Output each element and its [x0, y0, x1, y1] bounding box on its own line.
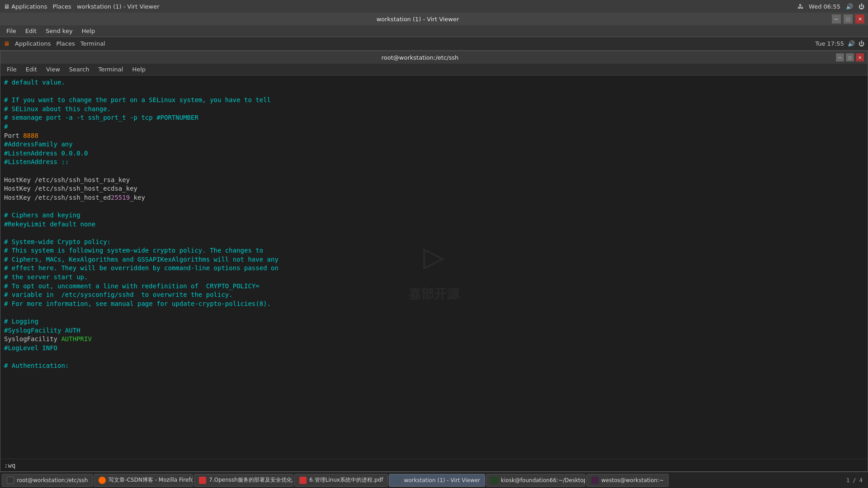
- firefox-icon: [99, 477, 106, 484]
- line-28: # Logging: [4, 317, 864, 326]
- virtviewer-icon: [394, 477, 401, 484]
- line-32: [4, 352, 864, 361]
- term-menu-view[interactable]: View: [42, 65, 64, 74]
- line-22: # effect here. They will be overridden b…: [4, 264, 864, 273]
- taskbar-item-kiosk[interactable]: kiosk@foundation66:~/Desktop: [486, 474, 585, 487]
- inner-taskbar-left: 🖥 Applications Places Terminal: [4, 40, 105, 47]
- term-menu-terminal[interactable]: Terminal: [94, 65, 127, 74]
- taskbar-left: root@workstation:/etc/ssh 写文章-CSDN博客 - M…: [2, 474, 669, 487]
- inner-taskbar-right: Tue 17:55 🔊 ⏻: [815, 40, 864, 47]
- outer-titlebar-controls[interactable]: ─ □ ✕: [832, 14, 864, 23]
- line-26: # For more information, see manual page …: [4, 300, 864, 309]
- line-17: #RekeyLimit default none: [4, 220, 864, 229]
- line-19: # System-wide Crypto policy:: [4, 238, 864, 247]
- terminal-minimize-button[interactable]: ─: [836, 53, 844, 61]
- terminal-menubar: File Edit View Search Terminal Help: [0, 64, 868, 75]
- line-15: [4, 202, 864, 211]
- taskbar-terminal-label: root@workstation:/etc/ssh: [17, 477, 88, 483]
- line-12: HostKey /etc/ssh/ssh_host_rsa_key: [4, 176, 864, 185]
- line-18: [4, 229, 864, 238]
- menu-file[interactable]: File: [3, 27, 20, 35]
- inner-applications[interactable]: Applications: [15, 40, 51, 47]
- line-16: # Ciphers and keying: [4, 211, 864, 220]
- terminal-titlebar-controls[interactable]: ─ □ ✕: [836, 53, 864, 61]
- line-6: #: [4, 122, 864, 131]
- terminal-icon: [7, 477, 14, 484]
- taskbar-item-pdf1[interactable]: 7.Openssh服务的部署及安全优化.pdf: [194, 474, 293, 487]
- terminal-maximize-button[interactable]: □: [846, 53, 854, 61]
- line-11: [4, 167, 864, 176]
- pdf1-icon: [199, 477, 206, 484]
- line-31: #LogLevel INFO: [4, 344, 864, 353]
- line-20: # This system is following system-wide c…: [4, 246, 864, 255]
- volume-icon: 🔊: [846, 3, 853, 10]
- outer-menubar: File Edit Send key Help: [0, 25, 868, 37]
- maximize-button[interactable]: □: [844, 14, 853, 23]
- os-topbar-left: 🖥 Applications Places workstation (1) - …: [4, 3, 160, 10]
- taskbar-item-westos[interactable]: westos@workstation:~: [586, 474, 669, 487]
- line-25: # variable in /etc/sysconfig/sshd to ove…: [4, 291, 864, 300]
- os-places-menu[interactable]: Places: [53, 3, 71, 10]
- taskbar-right: 1 / 4: [846, 477, 866, 483]
- taskbar-item-pdf2[interactable]: 6.管理Linux系统中的进程.pdf: [294, 474, 388, 487]
- taskbar-item-virtviewer[interactable]: workstation (1) - Virt Viewer: [389, 474, 485, 487]
- menu-sendkey[interactable]: Send key: [42, 27, 76, 35]
- terminal-content[interactable]: ▷ 嘉部开源 # default value. # If you want to…: [0, 75, 868, 459]
- term-menu-edit[interactable]: Edit: [22, 65, 41, 74]
- line-29: #SyslogFacility AUTH: [4, 326, 864, 335]
- inner-power-icon: ⏻: [859, 40, 864, 47]
- line-5: # semanage port -a -t ssh_port_t -p tcp …: [4, 113, 864, 122]
- taskbar-pdf2-label: 6.管理Linux系统中的进程.pdf: [309, 476, 383, 484]
- network-icon: 🖧: [797, 3, 803, 10]
- inner-apps-icon: 🖥: [4, 40, 9, 47]
- inner-clock: Tue 17:55: [815, 40, 844, 47]
- command-text: :wq: [4, 462, 15, 469]
- taskbar-item-terminal[interactable]: root@workstation:/etc/ssh: [2, 474, 93, 487]
- os-topbar-right: 🖧 Wed 06:55 🔊 ⏻: [797, 3, 864, 10]
- menu-help[interactable]: Help: [78, 27, 99, 35]
- inner-terminal[interactable]: Terminal: [80, 40, 105, 47]
- bottom-taskbar: root@workstation:/etc/ssh 写文章-CSDN博客 - M…: [0, 472, 868, 488]
- line-14: HostKey /etc/ssh/ssh_host_ed25519_key: [4, 193, 864, 202]
- os-topbar: 🖥 Applications Places workstation (1) - …: [0, 0, 868, 13]
- terminal-cmdline: :wq: [0, 459, 868, 471]
- term-menu-search[interactable]: Search: [66, 65, 93, 74]
- os-applications-menu[interactable]: 🖥 Applications: [4, 3, 47, 10]
- kiosk-icon: [491, 477, 498, 484]
- taskbar-westos-label: westos@workstation:~: [601, 477, 664, 483]
- virt-viewer-window: 🖥 Applications Places workstation (1) - …: [0, 0, 868, 488]
- terminal-title: root@workstation:/etc/ssh: [4, 54, 836, 61]
- line-8: #AddressFamily any: [4, 140, 864, 149]
- taskbar-kiosk-label: kiosk@foundation66:~/Desktop: [501, 477, 585, 483]
- outer-titlebar: workstation (1) - Virt Viewer ─ □ ✕: [0, 13, 868, 25]
- power-icon: ⏻: [859, 3, 864, 10]
- line-21: # Ciphers, MACs, KexAlgorithms and GSSAP…: [4, 255, 864, 264]
- line-9: #ListenAddress 0.0.0.0: [4, 149, 864, 158]
- line-33: # Authentication:: [4, 361, 864, 371]
- line-4: # SELinux about this change.: [4, 105, 864, 114]
- inner-os-taskbar: 🖥 Applications Places Terminal Tue 17:55…: [0, 37, 868, 51]
- close-button[interactable]: ✕: [855, 14, 864, 23]
- term-menu-file[interactable]: File: [3, 65, 20, 74]
- os-clock: Wed 06:55: [809, 3, 840, 10]
- line-30: SyslogFacility AUTHPRIV: [4, 335, 864, 344]
- pdf2-icon: [299, 477, 307, 484]
- westos-icon: [591, 477, 599, 484]
- taskbar-item-firefox[interactable]: 写文章-CSDN博客 - Mozilla Firefox: [94, 474, 193, 487]
- term-menu-help[interactable]: Help: [128, 65, 149, 74]
- inner-places[interactable]: Places: [56, 40, 75, 47]
- terminal-titlebar: root@workstation:/etc/ssh ─ □ ✕: [0, 51, 868, 64]
- menu-edit[interactable]: Edit: [22, 27, 40, 35]
- taskbar-firefox-label: 写文章-CSDN博客 - Mozilla Firefox: [108, 476, 193, 484]
- line-13: HostKey /etc/ssh/ssh_host_ecdsa_key: [4, 184, 864, 193]
- outer-window-title: workstation (1) - Virt Viewer: [4, 16, 832, 23]
- line-24: # To opt out, uncomment a line with rede…: [4, 282, 864, 291]
- terminal-close-button[interactable]: ✕: [856, 53, 864, 61]
- terminal-window: root@workstation:/etc/ssh ─ □ ✕ File Edi…: [0, 51, 868, 472]
- page-counter: 1 / 4: [846, 477, 863, 483]
- line-7: Port 8888: [4, 131, 864, 141]
- line-3: # If you want to change the port on a SE…: [4, 96, 864, 105]
- line-23: # the server start up.: [4, 273, 864, 282]
- minimize-button[interactable]: ─: [832, 14, 841, 23]
- line-2: [4, 87, 864, 96]
